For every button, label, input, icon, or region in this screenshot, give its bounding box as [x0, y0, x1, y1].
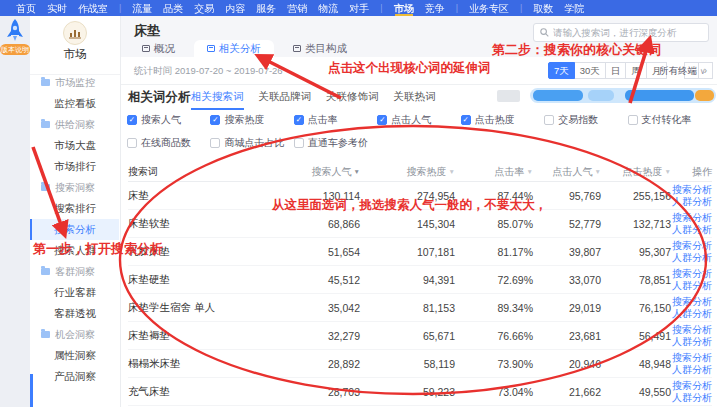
- action-link-人群分析[interactable]: 人群分析: [671, 196, 712, 208]
- metric-checkbox-点击人气[interactable]: ✓点击人气: [377, 113, 460, 127]
- action-link-搜索分析[interactable]: 搜索分析: [671, 212, 712, 224]
- date-button-日[interactable]: 日: [605, 62, 627, 79]
- nav-item-首页[interactable]: 首页: [16, 0, 36, 16]
- section-tab-关联品牌词[interactable]: 关联品牌词: [259, 90, 312, 110]
- nav-item-实时[interactable]: 实时: [47, 0, 67, 16]
- search-input[interactable]: [553, 27, 702, 38]
- nav-divider: |: [520, 3, 522, 13]
- keyword-search-box[interactable]: [533, 23, 709, 42]
- header-label: 搜索热度: [407, 166, 447, 177]
- section-tab-关联修饰词[interactable]: 关联修饰词: [326, 90, 379, 110]
- blurred-label: [497, 90, 520, 102]
- nav-item-竞争[interactable]: 竞争: [425, 0, 445, 16]
- nav-item-对手[interactable]: 对手: [349, 0, 369, 16]
- metric-checkbox-点击热度[interactable]: ✓点击热度: [461, 113, 544, 127]
- sidebar-item-搜索排行[interactable]: 搜索排行: [30, 198, 119, 219]
- action-link-人群分析[interactable]: 人群分析: [671, 252, 712, 264]
- sidebar-item-市场排行[interactable]: 市场排行: [30, 156, 119, 177]
- search-word-cell[interactable]: 床垫学生宿舍 单人: [128, 301, 228, 315]
- search-word-cell[interactable]: 充气床垫: [128, 385, 228, 399]
- search-word-cell[interactable]: 乳胶床垫: [128, 245, 228, 259]
- value-cell: 35,042: [228, 302, 360, 314]
- nav-item-作战室[interactable]: 作战室: [78, 0, 108, 16]
- sidebar-item-客群透视[interactable]: 客群透视: [30, 303, 119, 324]
- table-row: 床垫软垫68,866145,30485.07%52,779132,713搜索分析…: [128, 210, 712, 238]
- nav-item-交易[interactable]: 交易: [194, 0, 214, 16]
- nav-item-营销[interactable]: 营销: [287, 0, 307, 16]
- metric-label: 直通车参考价: [308, 136, 368, 150]
- search-word-cell[interactable]: 床垫褥垫: [128, 329, 228, 343]
- header-label: 搜索人气: [312, 166, 352, 177]
- table-header-搜索热度[interactable]: 搜索热度▼: [360, 165, 455, 179]
- action-link-人群分析[interactable]: 人群分析: [671, 336, 712, 348]
- action-link-人群分析[interactable]: 人群分析: [671, 280, 712, 292]
- nav-item-内容[interactable]: 内容: [225, 0, 245, 16]
- table-header-点击率[interactable]: 点击率▼: [455, 165, 533, 179]
- metric-checkbox-搜索热度[interactable]: ✓搜索热度: [210, 113, 293, 127]
- nav-item-学院[interactable]: 学院: [564, 0, 584, 16]
- sidebar-scrollbar[interactable]: [30, 374, 33, 407]
- action-link-搜索分析[interactable]: 搜索分析: [671, 324, 712, 336]
- terminal-filter[interactable]: 所有终端 ∨: [659, 65, 706, 78]
- nav-item-取数[interactable]: 取数: [533, 0, 553, 16]
- table-header-点击热度[interactable]: 点击热度▼: [601, 165, 671, 179]
- nav-item-业务专区[interactable]: 业务专区: [469, 0, 509, 16]
- nav-item-市场[interactable]: 市场: [394, 0, 414, 16]
- value-cell: 81,153: [360, 302, 455, 314]
- action-link-搜索分析[interactable]: 搜索分析: [671, 268, 712, 280]
- sidebar-item-行业客群[interactable]: 行业客群: [30, 282, 119, 303]
- action-link-搜索分析[interactable]: 搜索分析: [671, 380, 712, 392]
- banner-block: [588, 90, 614, 101]
- metric-checkbox-直通车参考价[interactable]: 直通车参考价: [294, 136, 377, 150]
- table-row: 床垫硬垫45,51294,39172.69%33,07078,851搜索分析人群…: [128, 266, 712, 294]
- value-cell: 58,119: [360, 358, 455, 370]
- action-link-人群分析[interactable]: 人群分析: [671, 224, 712, 236]
- sidebar-section-label: 客群洞察: [55, 265, 95, 279]
- date-button-7天[interactable]: 7天: [548, 62, 575, 79]
- action-link-人群分析[interactable]: 人群分析: [671, 392, 712, 404]
- search-word-cell[interactable]: 榻榻米床垫: [128, 357, 228, 371]
- search-word-cell[interactable]: 床垫硬垫: [128, 273, 228, 287]
- metric-checkbox-点击率[interactable]: ✓点击率: [294, 113, 377, 127]
- metric-checkbox-支付转化率[interactable]: 支付转化率: [628, 113, 711, 127]
- metric-checkbox-交易指数[interactable]: 交易指数: [544, 113, 627, 127]
- sidebar-item-监控看板[interactable]: 监控看板: [30, 93, 119, 114]
- page-tab-概况[interactable]: 概况: [129, 40, 188, 57]
- action-link-搜索分析[interactable]: 搜索分析: [671, 352, 712, 364]
- folder-icon: [41, 121, 50, 128]
- action-link-搜索分析[interactable]: 搜索分析: [671, 296, 712, 308]
- action-link-搜索分析[interactable]: 搜索分析: [671, 240, 712, 252]
- value-cell: 56,491: [601, 330, 671, 342]
- nav-item-流量[interactable]: 流量: [132, 0, 152, 16]
- sidebar-item-产品洞察[interactable]: 产品洞察: [30, 366, 119, 387]
- version-badge[interactable]: 版本说明: [0, 44, 30, 55]
- metric-checkbox-搜索人气[interactable]: ✓搜索人气: [127, 113, 210, 127]
- sidebar-item-市场大盘[interactable]: 市场大盘: [30, 135, 119, 156]
- action-link-人群分析[interactable]: 人群分析: [671, 308, 712, 320]
- metric-checkbox-商城点击占比[interactable]: 商城点击占比: [210, 136, 293, 150]
- page-tab-类目构成[interactable]: 类目构成: [280, 40, 360, 57]
- metric-checkbox-在线商品数[interactable]: 在线商品数: [127, 136, 210, 150]
- date-button-30天[interactable]: 30天: [574, 62, 606, 79]
- sidebar-item-搜索分析[interactable]: 搜索分析: [30, 219, 119, 240]
- action-link-搜索分析[interactable]: 搜索分析: [671, 184, 712, 196]
- tab-icon: [207, 45, 215, 52]
- table-header-搜索人气[interactable]: 搜索人气▼: [228, 165, 360, 179]
- value-cell: 274,954: [360, 190, 455, 202]
- sidebar-item-属性洞察[interactable]: 属性洞察: [30, 345, 119, 366]
- value-cell: 145,304: [360, 218, 455, 230]
- action-link-人群分析[interactable]: 人群分析: [671, 364, 712, 376]
- nav-item-品类[interactable]: 品类: [163, 0, 183, 16]
- page-tab-相关分析[interactable]: 相关分析: [194, 40, 274, 57]
- table-header-点击人气[interactable]: 点击人气▼: [533, 165, 601, 179]
- search-word-cell[interactable]: 床垫软垫: [128, 217, 228, 231]
- section-tab-关联热词[interactable]: 关联热词: [394, 90, 436, 110]
- sidebar-item-搜索人群[interactable]: 搜索人群: [30, 240, 119, 261]
- date-button-周[interactable]: 周: [625, 62, 647, 79]
- section-tab-相关搜索词[interactable]: 相关搜索词: [191, 90, 244, 110]
- nav-item-服务[interactable]: 服务: [256, 0, 276, 16]
- nav-item-物流[interactable]: 物流: [318, 0, 338, 16]
- search-word-cell[interactable]: 床垫: [128, 189, 228, 203]
- value-cell: 39,807: [533, 246, 601, 258]
- promo-banner-blurred[interactable]: [530, 88, 716, 103]
